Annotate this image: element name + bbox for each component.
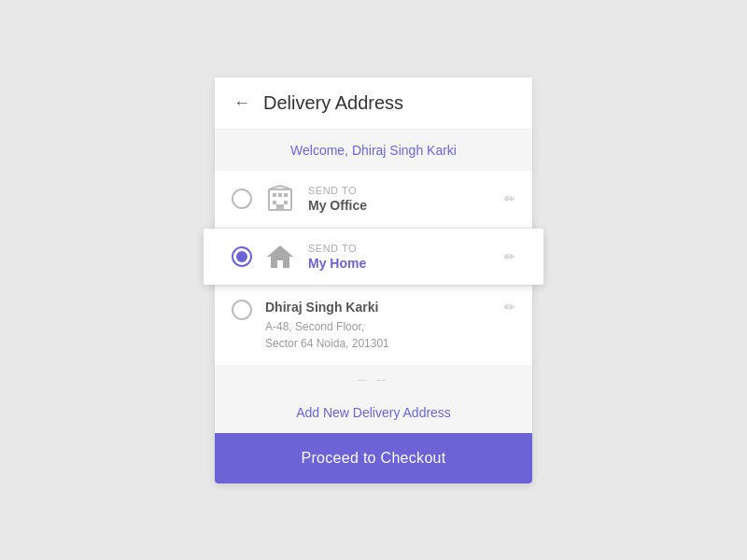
detail-person-name: Dhiraj Singh Karki — [265, 300, 491, 315]
building-icon — [265, 184, 295, 214]
detail-edit-icon[interactable]: ✏ — [504, 300, 515, 315]
add-new-address-link[interactable]: Add New Delivery Address — [215, 392, 532, 433]
delivery-address-card: ← Delivery Address Welcome, Dhiraj Singh… — [215, 77, 532, 483]
radio-home[interactable] — [232, 246, 252, 267]
svg-rect-4 — [273, 201, 276, 204]
address-option-home[interactable]: SEND TO My Home ✏ — [204, 229, 543, 285]
svg-rect-6 — [276, 204, 284, 210]
home-edit-icon[interactable]: ✏ — [504, 249, 515, 264]
home-icon — [265, 242, 295, 272]
svg-rect-5 — [284, 201, 288, 204]
svg-rect-3 — [284, 193, 288, 197]
detail-line1: A-48, Second Floor, — [265, 320, 364, 333]
office-name: My Office — [308, 198, 491, 213]
home-info: SEND TO My Home — [308, 243, 491, 271]
welcome-name: Dhiraj Singh Karki — [352, 143, 457, 158]
office-edit-icon[interactable]: ✏ — [504, 191, 515, 206]
office-info: SEND TO My Office — [308, 185, 491, 213]
office-send-to-label: SEND TO — [308, 185, 491, 196]
address-option-office[interactable]: SEND TO My Office ✏ — [215, 171, 532, 227]
checkout-button[interactable]: Proceed to Checkout — [215, 433, 532, 483]
svg-rect-2 — [278, 193, 282, 197]
detail-info: Dhiraj Singh Karki A-48, Second Floor, S… — [265, 300, 491, 352]
header: ← Delivery Address — [215, 77, 532, 130]
home-name: My Home — [308, 256, 491, 271]
svg-rect-1 — [273, 193, 276, 197]
svg-marker-10 — [267, 245, 293, 268]
radio-detail[interactable] — [232, 300, 252, 320]
detail-line2: Sector 64 Noida, 201301 — [265, 337, 389, 350]
back-button[interactable]: ← — [233, 93, 250, 113]
address-detail-option[interactable]: Dhiraj Singh Karki A-48, Second Floor, S… — [215, 287, 532, 365]
radio-office[interactable] — [232, 189, 252, 209]
home-send-to-label: SEND TO — [308, 243, 491, 254]
page-title: Delivery Address — [263, 92, 403, 114]
detail-address-text: A-48, Second Floor, Sector 64 Noida, 201… — [265, 318, 491, 352]
welcome-bar: Welcome, Dhiraj Singh Karki — [215, 130, 532, 171]
divider: — — — [215, 367, 532, 392]
radio-home-inner — [236, 251, 247, 262]
welcome-prefix: Welcome, — [290, 143, 348, 158]
